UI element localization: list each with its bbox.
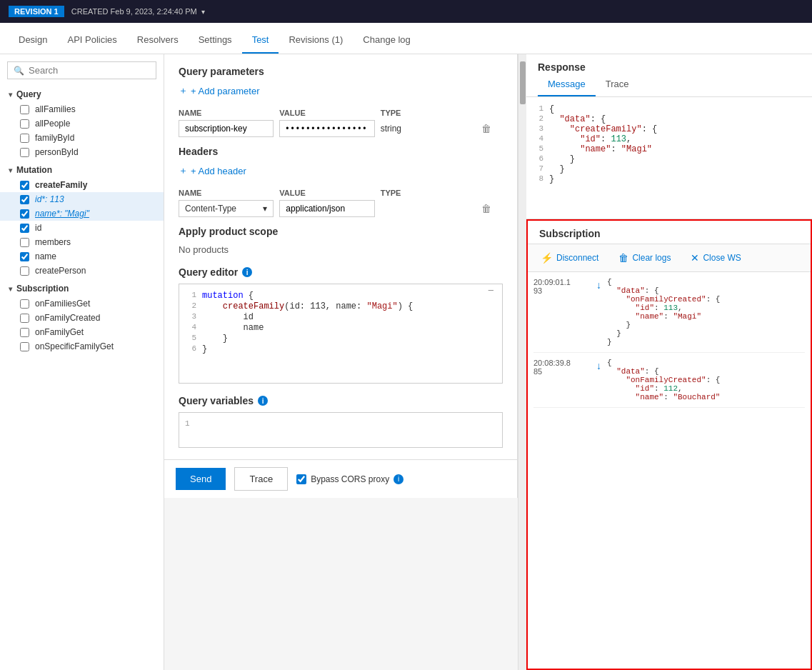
id2-checkbox[interactable] [20, 224, 29, 233]
id2-label: id [35, 223, 41, 233]
query-vars-editor[interactable]: 1 [179, 412, 503, 448]
clear-logs-button[interactable]: 🗑 Clear logs [614, 250, 675, 266]
sidebar-item-onFamilyCreated[interactable]: onFamilyCreated [0, 311, 164, 325]
response-title: Response [526, 54, 812, 73]
subscription-log: 20:09:01.1 93 ↓ { "data": { "onFamilyCre… [528, 272, 811, 669]
sidebar-item-name-magi[interactable]: name*: "Magi" [0, 206, 164, 221]
disconnect-icon: ⚡ [541, 252, 553, 264]
headers-col-type: TYPE [381, 189, 476, 197]
allPeople-checkbox[interactable] [20, 119, 29, 129]
name-magi-checkbox[interactable] [20, 209, 29, 219]
id-label: id*: 113 [35, 194, 64, 204]
personById-checkbox[interactable] [20, 148, 29, 157]
tab-settings[interactable]: Settings [189, 27, 242, 54]
param-type-label: string [381, 124, 476, 134]
scrollbar-thumb[interactable] [520, 61, 526, 104]
sidebar-item-allFamilies[interactable]: allFamilies [0, 102, 164, 116]
add-header-btn[interactable]: ＋ + Add header [179, 164, 246, 177]
search-box[interactable]: 🔍 [7, 61, 156, 79]
param-delete-icon[interactable]: 🗑 [481, 123, 503, 134]
sidebar-item-members[interactable]: members [0, 235, 164, 249]
code-line-6: 6 } [185, 344, 496, 354]
close-ws-button[interactable]: ✕ Close WS [686, 250, 745, 266]
sidebar-item-onFamilyGet[interactable]: onFamilyGet [0, 325, 164, 339]
tab-resolvers[interactable]: Resolvers [127, 27, 189, 54]
onSpecificFamilyGet-checkbox[interactable] [20, 342, 29, 351]
createPerson-label: createPerson [35, 266, 86, 276]
sidebar-item-allPeople[interactable]: allPeople [0, 116, 164, 131]
param-value-input[interactable] [279, 120, 374, 137]
onFamilyGet-checkbox[interactable] [20, 328, 29, 337]
createFamily-checkbox[interactable] [20, 181, 29, 190]
resp-line-1: 1{ [532, 104, 806, 114]
tab-api-policies[interactable]: API Policies [57, 27, 126, 54]
query-label: Query [16, 89, 41, 99]
tab-design[interactable]: Design [9, 27, 57, 54]
tab-changelog[interactable]: Change log [353, 27, 421, 54]
bypass-cors-info-icon[interactable]: i [394, 474, 404, 484]
query-params-section: Query parameters ＋ + Add parameter NAME … [179, 66, 503, 137]
search-input[interactable] [29, 65, 150, 76]
log-entry-1: 20:08:39.8 85 ↓ { "data": { "onFamilyCre… [533, 359, 805, 408]
sidebar-item-personById[interactable]: personById [0, 145, 164, 159]
query-editor-info-icon[interactable]: i [242, 267, 252, 277]
close-ws-label: Close WS [703, 253, 741, 263]
query-vars-title-text: Query variables [179, 395, 254, 406]
bottom-bar: Send Trace Bypass CORS proxy i [164, 459, 517, 498]
createPerson-checkbox[interactable] [20, 266, 29, 276]
sidebar-item-onFamiliesGet[interactable]: onFamiliesGet [0, 296, 164, 311]
query-vars-info-icon[interactable]: i [258, 396, 268, 406]
tab-test[interactable]: Test [242, 27, 279, 54]
subscription-title: Subscription [528, 221, 811, 244]
content-type-select[interactable]: Content-Type ▾ [179, 200, 274, 217]
sidebar-item-createPerson[interactable]: createPerson [0, 264, 164, 278]
param-name-input[interactable] [179, 120, 274, 137]
response-area: Response Message Trace 1{ 2 "data": { 3 … [526, 54, 812, 219]
editor-collapse-btn[interactable]: — [488, 286, 493, 296]
members-checkbox[interactable] [20, 238, 29, 247]
plus-icon: ＋ [179, 84, 188, 97]
subscription-section-header[interactable]: ▾ Subscription [0, 281, 164, 296]
add-parameter-btn[interactable]: ＋ + Add parameter [179, 84, 259, 97]
trace-button[interactable]: Trace [234, 467, 288, 491]
header-delete-icon[interactable]: 🗑 [481, 203, 503, 214]
onFamilyCreated-checkbox[interactable] [20, 314, 29, 323]
top-bar-meta: CREATED Feb 9, 2023, 2:24:40 PM ▾ [71, 7, 205, 16]
sidebar-item-familyById[interactable]: familyById [0, 131, 164, 145]
clear-logs-label: Clear logs [632, 253, 671, 263]
tab-revisions[interactable]: Revisions (1) [279, 27, 353, 54]
header-row-0: Content-Type ▾ 🗑 [179, 200, 503, 217]
log-data-1: { "data": { "onFamilyCreated": { "id": 1… [607, 359, 720, 401]
sidebar-item-createFamily[interactable]: createFamily [0, 178, 164, 192]
top-bar: REVISION 1 CREATED Feb 9, 2023, 2:24:40 … [0, 0, 812, 23]
header-value-input[interactable] [279, 200, 374, 217]
center-scrollbar[interactable] [518, 54, 526, 670]
query-section: ▾ Query allFamilies allPeople familyById… [0, 86, 164, 159]
onSpecificFamilyGet-label: onSpecificFamilyGet [35, 341, 114, 351]
onFamiliesGet-checkbox[interactable] [20, 299, 29, 309]
familyById-checkbox[interactable] [20, 134, 29, 143]
bypass-cors-section: Bypass CORS proxy i [296, 474, 404, 484]
query-editor[interactable]: — 1 mutation { 2 createFamily(id: 113, n… [179, 284, 503, 384]
response-tabs: Message Trace [526, 73, 812, 97]
id-checkbox[interactable] [20, 195, 29, 204]
sidebar-item-name2[interactable]: name [0, 249, 164, 264]
disconnect-button[interactable]: ⚡ Disconnect [536, 250, 603, 266]
resp-line-5: 5 "name": "Magi" [532, 144, 806, 154]
name2-checkbox[interactable] [20, 252, 29, 261]
response-tab-trace[interactable]: Trace [596, 73, 639, 96]
query-editor-title-text: Query editor [179, 266, 238, 278]
allFamilies-checkbox[interactable] [20, 105, 29, 114]
query-params-title: Query parameters [179, 66, 503, 77]
send-button[interactable]: Send [176, 468, 226, 490]
headers-col-name: NAME [179, 189, 274, 197]
mutation-section-header[interactable]: ▾ Mutation [0, 162, 164, 178]
query-section-header[interactable]: ▾ Query [0, 86, 164, 102]
log-time-ms-1: 85 [533, 367, 591, 376]
sidebar-item-id2[interactable]: id [0, 221, 164, 235]
sidebar-item-onSpecificFamilyGet[interactable]: onSpecificFamilyGet [0, 339, 164, 354]
bypass-cors-checkbox[interactable] [296, 474, 306, 484]
chevron-icon[interactable]: ▾ [201, 8, 205, 16]
sidebar-item-id-113[interactable]: id*: 113 [0, 192, 164, 206]
response-tab-message[interactable]: Message [538, 73, 596, 96]
